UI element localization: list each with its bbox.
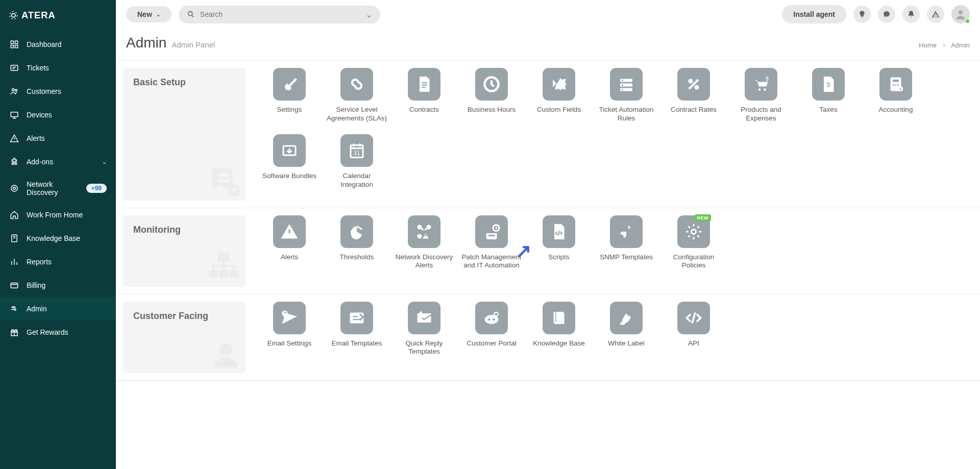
svg-rect-48 <box>230 270 239 278</box>
customers-icon <box>9 86 19 96</box>
svg-point-0 <box>12 13 15 17</box>
chat-icon[interactable] <box>878 6 895 23</box>
tile-nd-alerts[interactable]: Network Discovery Alerts <box>390 215 458 276</box>
chevron-down-icon: ⌄ <box>156 12 160 17</box>
tile-snmp[interactable]: SNMP Templates <box>593 215 660 276</box>
breadcrumb-current: Admin <box>951 41 970 49</box>
tile-label: Thresholds <box>340 253 374 262</box>
tile-contracts[interactable]: Contracts <box>390 68 458 123</box>
nav-label: Admin <box>27 305 107 313</box>
lightbulb-icon[interactable] <box>853 6 871 23</box>
tile-email-settings[interactable]: Email Settings <box>256 302 323 362</box>
breadcrumb: Home > Admin <box>919 41 970 49</box>
nav-label: Dashboard <box>27 40 107 48</box>
sidebar-item-reports[interactable]: Reports <box>0 250 116 274</box>
sidebar: ATERA Dashboard Tickets Customers Device… <box>0 0 116 388</box>
sidebar-item-wfh[interactable]: Work From Home <box>0 203 116 227</box>
tile-custom-fields[interactable]: Custom Fields <box>525 68 593 123</box>
search-input[interactable] <box>200 10 360 18</box>
tile-ticket-automation[interactable]: Ticket Automation Rules <box>593 68 660 123</box>
nav-label: Add-ons <box>27 158 95 166</box>
tile-label: Ticket Automation Rules <box>596 106 657 123</box>
tile-alerts[interactable]: Alerts <box>256 215 323 276</box>
tile-customer-portal[interactable]: Customer Portal <box>458 302 525 362</box>
nav-label: Devices <box>27 111 107 119</box>
nav-label: Get Rewards <box>27 328 107 336</box>
person-icon <box>211 339 241 370</box>
nav-label: Billing <box>27 281 107 289</box>
section-customer-facing: Customer Facing Email Settings Email Tem… <box>116 294 980 381</box>
svg-point-15 <box>13 307 14 308</box>
warning-icon[interactable] <box>927 6 944 23</box>
tile-config-policies[interactable]: NEWConfiguration Policies <box>660 215 727 276</box>
sidebar-item-admin[interactable]: Admin <box>0 297 116 320</box>
tile-quick-reply[interactable]: Quick Reply Templates <box>390 302 458 362</box>
section-title: Monitoring <box>133 225 235 235</box>
sidebar-item-knowledge-base[interactable]: Knowledge Base <box>0 227 116 250</box>
search-icon <box>187 10 195 18</box>
tile-label: Network Discovery Alerts <box>394 253 455 270</box>
tile-scripts[interactable]: Scripts <box>525 215 593 276</box>
user-avatar[interactable] <box>951 5 970 23</box>
sidebar-item-tickets[interactable]: Tickets <box>0 56 116 80</box>
tile-white-label[interactable]: White Label <box>593 302 660 362</box>
bell-icon[interactable] <box>902 6 920 23</box>
new-badge: NEW <box>695 214 712 221</box>
tile-label: Settings <box>277 106 302 114</box>
search-box[interactable]: ⌄ <box>179 6 380 23</box>
tile-patch-management[interactable]: Patch Management and IT Automation <box>458 215 525 276</box>
tile-label: Software Bundles <box>262 172 316 181</box>
page-subtitle: Admin Panel <box>172 40 215 49</box>
reports-icon <box>9 257 19 267</box>
nav-list: Dashboard Tickets Customers Devices Aler… <box>0 33 116 344</box>
tile-sla[interactable]: Service Level Agreements (SLAs) <box>323 68 390 123</box>
sidebar-item-network-discovery[interactable]: Network Discovery +99 <box>0 174 116 203</box>
svg-rect-6 <box>15 45 18 48</box>
svg-rect-10 <box>11 112 18 117</box>
svg-rect-4 <box>15 41 18 43</box>
sidebar-item-devices[interactable]: Devices <box>0 103 116 127</box>
alerts-icon <box>9 133 19 143</box>
tile-api[interactable]: API <box>660 302 727 362</box>
brand-logo[interactable]: ATERA <box>0 0 116 33</box>
network-discovery-icon <box>9 183 19 193</box>
tile-business-hours[interactable]: Business Hours <box>458 68 525 123</box>
book-icon <box>9 233 19 243</box>
tile-label: Taxes <box>819 106 837 114</box>
topbar: New ⌄ ⌄ Install agent <box>116 0 980 29</box>
svg-point-27 <box>622 84 623 86</box>
svg-text:$: $ <box>826 81 830 88</box>
sidebar-item-billing[interactable]: Billing <box>0 274 116 297</box>
tile-email-templates[interactable]: Email Templates <box>323 302 390 362</box>
tile-thresholds[interactable]: Thresholds <box>323 215 390 276</box>
chevron-down-icon[interactable]: ⌄ <box>365 10 372 19</box>
svg-point-29 <box>689 79 693 84</box>
breadcrumb-home[interactable]: Home <box>919 41 937 49</box>
sidebar-item-alerts[interactable]: Alerts <box>0 127 116 150</box>
tile-label: Contract Rates <box>671 106 717 114</box>
sidebar-item-addons[interactable]: Add-ons ⌄ <box>0 150 116 174</box>
page-header: Admin Admin Panel Home > Admin <box>116 29 980 61</box>
tile-label: Knowledge Base <box>533 339 584 348</box>
nav-badge: +99 <box>86 184 107 193</box>
tile-settings[interactable]: Settings <box>256 68 323 123</box>
tile-label: SNMP Templates <box>600 253 653 262</box>
sidebar-item-customers[interactable]: Customers <box>0 80 116 103</box>
tile-software-bundles[interactable]: Software Bundles <box>256 134 323 189</box>
tile-calendar[interactable]: 31Calendar Integration <box>323 134 390 189</box>
tile-label: Business Hours <box>468 106 516 114</box>
tile-products-expenses[interactable]: $Products and Expenses <box>727 68 795 123</box>
tile-accounting[interactable]: $Accounting <box>862 68 929 123</box>
tile-contract-rates[interactable]: Contract Rates <box>660 68 727 123</box>
sidebar-item-rewards[interactable]: Get Rewards <box>0 320 116 344</box>
network-icon <box>206 248 241 284</box>
new-button[interactable]: New ⌄ <box>126 6 172 22</box>
install-agent-button[interactable]: Install agent <box>782 5 846 23</box>
svg-point-37 <box>893 84 894 86</box>
svg-point-12 <box>11 185 17 191</box>
tile-kb[interactable]: Knowledge Base <box>525 302 593 362</box>
tiles-customer: Email Settings Email Templates Quick Rep… <box>256 302 971 373</box>
tile-label: Contracts <box>409 106 439 114</box>
tile-taxes[interactable]: $Taxes <box>795 68 862 123</box>
sidebar-item-dashboard[interactable]: Dashboard <box>0 33 116 56</box>
